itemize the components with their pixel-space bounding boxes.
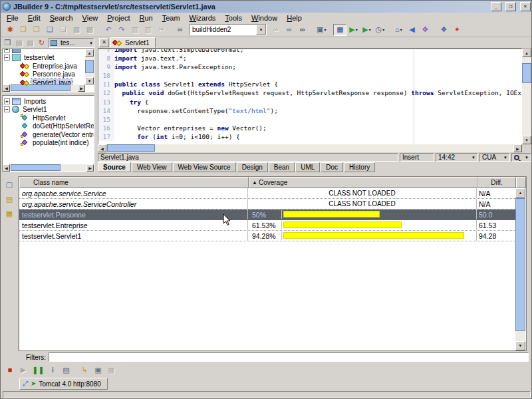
save-file-button[interactable]: ❒ [30, 24, 43, 36]
close-project-button[interactable]: ❒ [2, 38, 13, 49]
pause-button[interactable]: ❚❚ [30, 364, 46, 376]
save-as-button[interactable]: ❏ [43, 24, 57, 36]
project-tree-item-personne-java[interactable]: Personne.java [3, 70, 94, 79]
zoom-dropdown-icon[interactable] [525, 156, 529, 160]
menu-search[interactable]: Search [45, 13, 78, 23]
refactor-button[interactable]: ✥ [418, 24, 432, 36]
new-file-button[interactable]: ✱ [3, 24, 17, 36]
scroll-right-icon[interactable] [513, 144, 522, 152]
menu-team[interactable]: Team [158, 13, 185, 23]
coverage-options-button[interactable]: ▦ [2, 207, 17, 220]
export-results-button[interactable]: ↳ [78, 364, 91, 376]
structure-tree-item-doget-httpservletreque[interactable]: doGet(HttpServletReque [3, 122, 94, 131]
coverage-vertical-scrollbar[interactable] [515, 188, 525, 350]
view-tab-uml[interactable]: UML [295, 162, 320, 172]
column-header-diff[interactable]: Diff. [477, 177, 516, 188]
close-file-tab-button[interactable]: ✕ [99, 38, 109, 47]
scroll-down-icon[interactable] [85, 77, 94, 84]
coverage-console-button[interactable]: ▢ [2, 178, 17, 191]
help-button[interactable]: ❖ [437, 24, 450, 36]
structure-tree-horizontal-scrollbar[interactable] [3, 164, 94, 172]
project-tree-vertical-scrollbar[interactable] [85, 49, 94, 84]
structure-tree-item-servlet1[interactable]: −Servlet1 [3, 106, 94, 114]
collapse-icon[interactable]: − [4, 49, 10, 53]
view-tab-history[interactable]: History [344, 162, 375, 172]
navigate-back-button[interactable]: ◀ [405, 24, 418, 36]
scroll-up-icon[interactable] [515, 188, 525, 198]
menu-help[interactable]: Help [282, 13, 307, 23]
toggle-curtain-button[interactable]: ▦ [333, 24, 346, 36]
minimize-button[interactable] [491, 2, 501, 11]
scrollbar-thumb[interactable] [11, 164, 61, 171]
optimize-button[interactable]: ◷▾ [373, 24, 386, 36]
find-classes-button[interactable]: ∞ [296, 24, 309, 36]
menu-run[interactable]: Run [135, 13, 158, 23]
optimize-dropdown-icon[interactable]: ▾ [382, 27, 384, 32]
menu-edit[interactable]: Edit [23, 13, 45, 23]
project-selector[interactable]: tes... [49, 38, 94, 48]
redo-button[interactable]: ↷ [115, 24, 128, 36]
collapse-icon[interactable]: − [4, 55, 10, 61]
build-target-combobox[interactable]: buildHidden2 [190, 24, 267, 35]
search-source-button[interactable]: ∞ [283, 24, 296, 36]
editor-tab-servlet1[interactable]: Servlet1 [110, 37, 156, 48]
project-tree-item-clipped[interactable]: − [3, 49, 94, 54]
scrollbar-thumb[interactable] [107, 144, 155, 152]
menu-tools[interactable]: Tools [220, 13, 247, 23]
menu-window[interactable]: Window [247, 13, 282, 23]
project-tree-horizontal-scrollbar[interactable] [3, 84, 85, 92]
view-tab-design[interactable]: Design [237, 162, 268, 172]
scrollbar-thumb[interactable] [85, 60, 94, 73]
undo-button[interactable]: ↶ [102, 24, 115, 36]
debug-project-dropdown-icon[interactable]: ▾ [369, 27, 371, 32]
project-selector-dropdown-icon[interactable] [89, 41, 93, 45]
table-row[interactable]: testservlet.Personne50%50.0 [19, 209, 516, 220]
status-insert-mode[interactable]: Insert [400, 153, 434, 162]
restore-button[interactable] [505, 2, 516, 11]
build-project-button[interactable]: ⌂▾ [392, 24, 405, 36]
code-editor[interactable]: 7import java.text.SimpleDateFormat;8impo… [98, 49, 522, 144]
view-tab-source[interactable]: Source [98, 162, 131, 172]
debug-project-button[interactable]: ▶▾ [360, 24, 373, 36]
menu-project[interactable]: Project [102, 13, 134, 23]
table-row[interactable]: testservlet.Servlet194.28%94.28 [19, 231, 516, 241]
search-button[interactable]: ∞ [174, 24, 187, 36]
stop-server-button[interactable]: ■ [3, 364, 17, 376]
status-caret-position[interactable]: 14:42 [436, 153, 478, 162]
build-project-dropdown-icon[interactable]: ▾ [400, 27, 402, 32]
scroll-right-icon[interactable] [86, 164, 94, 172]
view-tab-web-view[interactable]: Web View [132, 162, 172, 172]
expand-pane-icon[interactable]: ⤢ [23, 380, 28, 387]
structure-tree-item-populate-int-indice[interactable]: populate(int indice) [3, 139, 94, 148]
scrollbar-thumb[interactable] [522, 63, 531, 83]
scroll-up-icon[interactable] [522, 49, 531, 57]
print-output-button[interactable]: ▤ [59, 364, 72, 376]
menu-wizards[interactable]: Wizards [185, 13, 221, 23]
editor-horizontal-scrollbar[interactable] [98, 144, 522, 152]
filters-input[interactable] [49, 352, 529, 362]
scroll-right-icon[interactable] [78, 84, 85, 92]
table-row[interactable]: testservlet.Entreprise61.53%61.53 [19, 220, 516, 231]
structure-tree-item-httpservlet[interactable]: HttpServlet [3, 114, 94, 122]
watch-dropdown-icon[interactable]: ▾ [324, 27, 326, 32]
coverage-report-button[interactable]: ▤ [2, 192, 17, 205]
build-target-dropdown-icon[interactable] [256, 25, 266, 35]
editor-vertical-scrollbar[interactable] [522, 49, 531, 144]
title-bar[interactable]: JBuilder 9 - C:/tmp/testservlet/src/test… [1, 1, 532, 13]
table-row[interactable]: org.apache.service.ServiceControllerCLAS… [19, 199, 516, 209]
project-tree-item-entreprise-java[interactable]: Entreprise.java [3, 62, 94, 70]
run-project-dropdown-icon[interactable]: ▾ [356, 27, 358, 32]
check-updates-button[interactable]: ✦ [450, 24, 464, 36]
vm-info-button[interactable]: i [46, 364, 59, 376]
expand-icon[interactable]: + [4, 98, 10, 104]
scroll-left-icon[interactable] [98, 144, 106, 152]
scrollbar-thumb[interactable] [515, 198, 525, 331]
snapshot-button[interactable]: ▣ [91, 364, 104, 376]
scrollbar-thumb[interactable] [11, 84, 70, 91]
project-tree-item-testservlet[interactable]: −testservlet [3, 54, 94, 63]
menu-file[interactable]: File [2, 13, 23, 23]
scroll-up-icon[interactable] [85, 49, 94, 57]
keymap-dropdown-icon[interactable] [503, 156, 507, 160]
refresh-project-button[interactable]: ↻ [36, 38, 47, 49]
view-tab-web-view-source[interactable]: Web View Source [173, 162, 236, 172]
